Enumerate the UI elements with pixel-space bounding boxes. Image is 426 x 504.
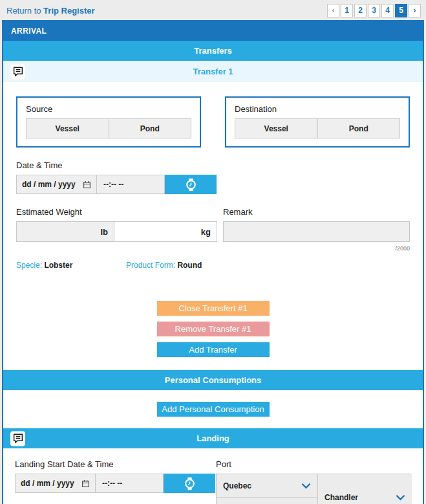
return-link-prefix: Return to: [6, 6, 43, 16]
landing-datetime-group: dd / mm / yyyy --:-- --: [15, 474, 216, 493]
lb-unit-label: lb: [100, 227, 108, 237]
source-box: Source Vessel Pond: [16, 96, 201, 148]
product-form-field: Product Form: Round: [126, 261, 202, 270]
close-transfer-button[interactable]: Close Transfert #1: [157, 301, 270, 316]
watch-icon: [184, 178, 198, 192]
add-transfer-button[interactable]: Add Transfer: [157, 342, 270, 357]
transfers-section-header: Transfers: [3, 41, 423, 61]
pagination-page-4[interactable]: 4: [381, 4, 394, 17]
add-personal-consumption-button[interactable]: Add Personal Consumption: [157, 402, 270, 417]
port-name-value: Chandler: [325, 493, 358, 502]
landing-date-input[interactable]: dd / mm / yyyy: [15, 474, 96, 493]
date-placeholder: dd / mm / yyyy: [21, 479, 74, 488]
source-label: Source: [26, 104, 191, 114]
weight-input-group: lb kg: [16, 221, 218, 242]
transfer-comment-button[interactable]: [10, 64, 25, 79]
pagination-page-3[interactable]: 3: [368, 4, 380, 17]
remark-textarea[interactable]: [223, 221, 410, 242]
specie-field: Specie: Lobster: [16, 261, 126, 270]
landing-comment-button[interactable]: [10, 431, 25, 446]
personal-consumptions-body: Add Personal Consumption: [3, 390, 423, 428]
remove-transfer-button[interactable]: Remove Transfer #1: [157, 322, 270, 336]
remark-char-counter: /2000: [223, 245, 410, 252]
transfer-1-title: Transfer 1: [193, 67, 233, 76]
destination-pond-button[interactable]: Pond: [317, 118, 401, 138]
pagination: ‹ 1 2 3 4 5 ›: [327, 4, 421, 17]
weight-kg-input[interactable]: kg: [114, 221, 217, 242]
port-selector: Quebec Chandler Gaspesie: [216, 474, 411, 504]
destination-toggle-group: Vessel Pond: [235, 118, 400, 138]
pagination-page-5-active[interactable]: 5: [395, 4, 407, 17]
port-subregion-dropdown[interactable]: Gaspesie: [217, 498, 318, 504]
pagination-page-1[interactable]: 1: [341, 4, 353, 17]
landing-set-now-button[interactable]: [164, 474, 215, 493]
source-vessel-button[interactable]: Vessel: [26, 118, 109, 138]
datetime-label: Date & Time: [16, 160, 410, 170]
destination-vessel-button[interactable]: Vessel: [235, 118, 318, 138]
specie-product-row: Specie: Lobster Product Form: Round: [16, 261, 410, 270]
watch-icon: [183, 477, 197, 490]
landing-title: Landing: [197, 433, 229, 443]
date-placeholder: dd / mm / yyyy: [22, 180, 76, 189]
transfer-datetime-group: dd / mm / yyyy --:-- --: [16, 175, 410, 194]
pagination-page-2[interactable]: 2: [354, 4, 367, 17]
transfer-action-buttons: Close Transfert #1 Remove Transfer #1 Ad…: [16, 301, 410, 357]
remark-label: Remark: [223, 207, 410, 217]
landing-datetime-label: Landing Start Date & Time: [15, 459, 216, 469]
chevron-down-icon: [301, 483, 311, 489]
time-placeholder: --:-- --: [102, 479, 122, 488]
destination-box: Destination Vessel Pond: [225, 96, 410, 148]
specie-value: Lobster: [44, 261, 72, 270]
kg-unit-label: kg: [201, 227, 211, 237]
time-placeholder: --:-- --: [103, 180, 123, 189]
estimated-weight-label: Estimated Weight: [16, 207, 218, 217]
weight-remark-row: Estimated Weight lb kg Remark /2000: [16, 201, 410, 252]
chevron-down-icon: [396, 494, 405, 501]
port-region-dropdown[interactable]: Quebec: [217, 474, 318, 498]
landing-body: Landing Start Date & Time dd / mm / yyyy…: [3, 448, 423, 504]
arrival-header: ARRIVAL: [3, 21, 423, 41]
comment-icon: [12, 433, 24, 444]
specie-label: Specie:: [16, 261, 42, 270]
top-bar: Return to Trip Register ‹ 1 2 3 4 5 ›: [0, 0, 426, 20]
transfer-date-input[interactable]: dd / mm / yyyy: [16, 175, 97, 194]
source-destination-row: Source Vessel Pond Destination Vessel Po…: [16, 96, 410, 148]
source-pond-button[interactable]: Pond: [109, 118, 192, 138]
calendar-icon: [83, 181, 91, 189]
transfer-1-header[interactable]: Transfer 1: [3, 61, 423, 82]
comment-icon: [12, 66, 24, 78]
arrival-panel: ARRIVAL Transfers Transfer 1 Source Vess…: [2, 20, 424, 504]
product-form-value: Round: [177, 261, 202, 270]
port-name-dropdown[interactable]: Chandler: [318, 474, 412, 504]
weight-lb-input[interactable]: lb: [16, 221, 114, 242]
pagination-prev-button[interactable]: ‹: [327, 4, 339, 17]
port-label: Port: [216, 459, 411, 469]
return-to-trip-register-link[interactable]: Return to Trip Register: [6, 6, 95, 16]
transfer-set-now-button[interactable]: [165, 175, 217, 194]
return-link-bold: Trip Register: [43, 6, 94, 16]
pagination-next-button[interactable]: ›: [409, 4, 421, 17]
calendar-icon: [81, 479, 90, 488]
destination-label: Destination: [235, 104, 400, 114]
landing-section-header: Landing: [3, 428, 423, 448]
product-form-label: Product Form:: [126, 261, 175, 270]
port-region-value: Quebec: [223, 481, 251, 490]
landing-time-input[interactable]: --:-- --: [96, 474, 164, 493]
personal-consumptions-section-header: Personal Consumptions: [3, 370, 423, 390]
source-toggle-group: Vessel Pond: [26, 118, 191, 138]
transfer-time-input[interactable]: --:-- --: [97, 175, 165, 194]
